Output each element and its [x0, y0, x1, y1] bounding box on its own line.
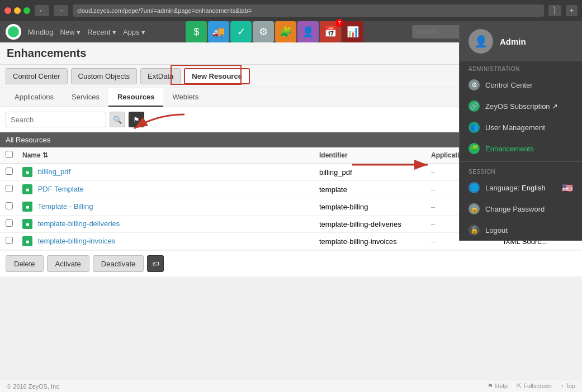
session-section-label: SESSION	[460, 164, 582, 177]
minimize-button[interactable]	[14, 7, 21, 14]
share-button[interactable]: ⎫	[548, 5, 561, 16]
search-button[interactable]: 🔍	[110, 112, 125, 127]
filter-button[interactable]: ⚑	[129, 112, 144, 127]
menu-language[interactable]: 🌐 Language: English 🇺🇸	[460, 177, 582, 198]
forward-button[interactable]: →	[54, 5, 68, 16]
menu-logout[interactable]: 🔓 Logout	[460, 219, 582, 241]
puzzle-icon[interactable]: 🧩	[275, 21, 296, 42]
extdata-button[interactable]: ExtData	[140, 68, 181, 84]
row-checkbox[interactable]	[6, 185, 13, 192]
tab-applications[interactable]: Applications	[6, 88, 63, 107]
control-center-button[interactable]: Control Center	[6, 68, 68, 84]
menu-change-password-label: Change Password	[485, 205, 545, 213]
filter-icon: ⚑	[133, 116, 140, 124]
flag-icon: 🇺🇸	[562, 183, 573, 193]
tag-button[interactable]: 🏷	[147, 255, 164, 272]
col-identifier: Identifier	[319, 151, 431, 159]
row-name-link[interactable]: template-billing-deliveries	[38, 219, 120, 228]
language-label: Language: English	[485, 184, 546, 192]
select-all-checkbox[interactable]	[6, 151, 22, 160]
url-text: cloud.zeyos.com/pepe/?umi=admin&page=enh…	[77, 7, 252, 14]
row-name-link[interactable]: PDF Template	[38, 185, 84, 193]
person-icon[interactable]: 👤	[297, 21, 319, 42]
chart-icon[interactable]: 📊	[342, 21, 363, 42]
search-input[interactable]	[6, 112, 106, 127]
menu-user-management[interactable]: 👥 User Management	[460, 117, 582, 138]
nav-apps[interactable]: Apps ▾	[123, 28, 145, 36]
menu-logout-label: Logout	[485, 226, 508, 235]
copyright: © 2016 ZeyOS, Inc.	[7, 383, 61, 390]
menu-control-center[interactable]: ⚙ Control Center	[460, 74, 582, 95]
row-name-link[interactable]: billing_pdf	[38, 168, 71, 176]
row-name-link[interactable]: Template - Billing	[37, 202, 93, 211]
logo-inner	[8, 26, 19, 37]
tab-resources[interactable]: Resources	[108, 88, 163, 107]
row-identifier: template-billing	[319, 203, 431, 211]
delete-button[interactable]: Delete	[6, 255, 44, 272]
row-icon: ■	[22, 219, 32, 229]
maximize-button[interactable]	[23, 7, 30, 14]
bottom-bar: Delete Activate Deactivate 🏷	[0, 250, 582, 276]
new-resource-button[interactable]: New Resource	[184, 68, 250, 84]
row-checkbox[interactable]	[6, 168, 13, 175]
tab-weblets[interactable]: Weblets	[163, 88, 207, 107]
plus-button[interactable]: +	[566, 5, 578, 16]
table-header-label: All Resources	[6, 136, 50, 144]
dropdown-user-header: 👤 Admin	[460, 21, 582, 61]
tab-services[interactable]: Services	[63, 88, 108, 107]
close-button[interactable]	[4, 7, 11, 14]
row-name-link[interactable]: template-billing-invoices	[38, 237, 116, 245]
tag-icon: 🏷	[152, 260, 159, 268]
dropdown-panel: 👤 Admin ADMINISTRATION ⚙ Control Center …	[459, 21, 582, 241]
activate-button[interactable]: Activate	[47, 255, 89, 272]
col-name: Name ⇅	[22, 151, 319, 159]
check-icon[interactable]: ✓	[230, 21, 252, 42]
help-link[interactable]: ⚑ Help	[488, 383, 508, 390]
url-bar[interactable]: cloud.zeyos.com/pepe/?umi=admin&page=enh…	[73, 4, 544, 17]
divider	[460, 161, 582, 162]
deactivate-button[interactable]: Deactivate	[93, 255, 144, 272]
language-icon: 🌐	[469, 182, 480, 193]
nav-recent[interactable]: Recent ▾	[87, 28, 116, 36]
admin-section-label: ADMINISTRATION	[460, 61, 582, 74]
menu-enhancements[interactable]: 🧩 Enhancements	[460, 138, 582, 159]
row-identifier: billing_pdf	[319, 168, 431, 176]
back-button[interactable]: ←	[35, 5, 49, 16]
row-icon: ■	[22, 236, 32, 246]
browser-bar: ← → cloud.zeyos.com/pepe/?umi=admin&page…	[0, 0, 582, 21]
enhancements-icon: 🧩	[469, 143, 480, 154]
menu-control-center-label: Control Center	[485, 81, 533, 89]
search-icon: 🔍	[113, 116, 122, 124]
truck-icon[interactable]: 🚚	[208, 21, 229, 42]
row-icon: ■	[22, 167, 32, 177]
menu-change-password[interactable]: 🔒 Change Password	[460, 198, 582, 219]
menu-subscription-label: ZeyOS Subscription ↗	[485, 102, 558, 111]
subscription-icon: 🔗	[469, 101, 480, 112]
footer-links: ⚑ Help ⇱ Fullscreen ↑ Top	[488, 383, 575, 390]
row-icon: ■	[22, 202, 32, 212]
nav-new[interactable]: New ▾	[60, 28, 81, 36]
row-checkbox[interactable]	[6, 219, 13, 227]
menu-user-management-label: User Management	[485, 123, 545, 132]
control-center-icon: ⚙	[469, 79, 480, 90]
page-title: Enhancements	[7, 47, 86, 60]
row-icon: ■	[22, 184, 32, 194]
row-identifier: template-billing-deliveries	[319, 220, 431, 228]
row-checkbox[interactable]	[6, 237, 13, 244]
avatar: 👤	[469, 29, 493, 54]
top-link[interactable]: ↑ Top	[561, 383, 575, 390]
footer: © 2016 ZeyOS, Inc. ⚑ Help ⇱ Fullscreen ↑…	[0, 380, 582, 392]
menu-enhancements-label: Enhancements	[485, 145, 534, 153]
row-checkbox[interactable]	[6, 202, 13, 209]
calendar-icon[interactable]: 📅 7	[320, 21, 341, 42]
custom-objects-button[interactable]: Custom Objects	[71, 68, 137, 84]
user-name: Admin	[500, 37, 526, 46]
dollar-icon[interactable]: $	[186, 21, 207, 42]
fullscreen-link[interactable]: ⇱ Fullscreen	[517, 383, 552, 390]
row-identifier: template-billing-invoices	[319, 237, 431, 246]
gear-icon[interactable]: ⚙	[253, 21, 274, 42]
traffic-lights	[4, 7, 30, 14]
user-management-icon: 👥	[469, 122, 480, 133]
menu-subscription[interactable]: 🔗 ZeyOS Subscription ↗	[460, 95, 582, 117]
logo	[6, 24, 21, 40]
